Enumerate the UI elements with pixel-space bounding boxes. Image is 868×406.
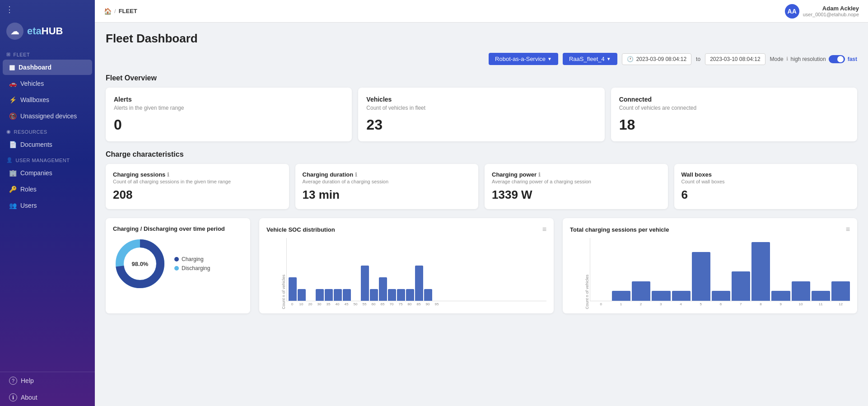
charging-duration-card: Charging duration ℹ Average duration of … xyxy=(295,164,479,209)
documents-icon: 📄 xyxy=(9,141,17,148)
sessions-x-label: 1 xyxy=(611,302,630,306)
content: Fleet Dashboard Robot-as-a-Service ▼ Raa… xyxy=(95,23,868,406)
charging-duration-value: 13 min xyxy=(303,188,471,202)
soc-x-label: 35 xyxy=(324,302,332,306)
soc-bar xyxy=(316,289,324,301)
vehicles-card-label: Vehicles xyxy=(366,96,596,103)
soc-bar xyxy=(361,266,369,301)
legend-charging: Charging xyxy=(174,256,210,262)
alerts-card: Alerts Alerts in the given time range 0 xyxy=(106,88,352,141)
charging-sessions-desc: Count of all charging sessions in the gi… xyxy=(113,179,282,184)
topbar: 🏠 / FLEET AA Adam Ackley user_0001@etahu… xyxy=(95,0,868,23)
service-filter-button[interactable]: Robot-as-a-Service ▼ xyxy=(489,53,558,65)
sidebar-item-vehicles[interactable]: 🚗 Vehicles xyxy=(3,76,92,91)
soc-bar xyxy=(334,289,342,301)
charging-sessions-value: 208 xyxy=(113,188,282,202)
donut-chart-card: Charging / Discharging over time period … xyxy=(106,218,250,313)
connected-card-desc: Count of vehicles are connected xyxy=(619,105,849,111)
sessions-x-label: 12 xyxy=(831,302,850,306)
soc-bar xyxy=(379,277,387,301)
charging-power-label: Charging power ℹ xyxy=(492,171,661,178)
sessions-bar xyxy=(692,252,710,301)
date-to-picker[interactable]: 2023-03-10 08:04:12 xyxy=(705,53,765,65)
vehicles-card: Vehicles Count of vehicles in fleet 23 xyxy=(358,88,604,141)
sessions-bar xyxy=(712,291,730,301)
soc-chart-menu-icon[interactable]: ≡ xyxy=(542,225,546,233)
sidebar-item-roles[interactable]: 🔑 Roles xyxy=(3,182,92,197)
charge-characteristics-title: Charge characteristics xyxy=(106,150,857,159)
vehicles-card-value: 23 xyxy=(366,117,596,133)
user-name: Adam Ackley xyxy=(803,5,859,12)
sidebar-item-about[interactable]: ℹ About xyxy=(3,389,92,406)
sessions-bar xyxy=(612,291,630,301)
sessions-x-label: 11 xyxy=(812,302,830,306)
date-from-picker[interactable]: 🕐 2023-03-09 08:04:12 xyxy=(622,53,691,65)
charging-power-value: 1339 W xyxy=(492,188,661,202)
soc-x-label: 20 xyxy=(306,302,314,306)
soc-y-axis-label: Count n of vehicles xyxy=(281,275,286,309)
charging-sessions-card: Charging sessions ℹ Count of all chargin… xyxy=(106,164,289,209)
donut-chart-title-row: Charging / Discharging over time period xyxy=(113,225,243,232)
sidebar-item-unassigned[interactable]: 📵 Unassigned devices xyxy=(3,108,92,124)
sessions-chart-title: Total charging sessions per vehicle xyxy=(570,226,669,233)
sessions-x-label: 4 xyxy=(672,302,690,306)
clock-icon: 🕐 xyxy=(627,56,634,62)
avatar: AA xyxy=(785,4,799,19)
sidebar-item-dashboard[interactable]: ▦ Dashboard xyxy=(3,60,92,75)
vehicles-icon: 🚗 xyxy=(9,80,17,87)
charge-characteristics-section: Charge characteristics Charging sessions… xyxy=(106,150,857,209)
logo-text: etaHUB xyxy=(27,25,63,37)
charging-duration-info-icon: ℹ xyxy=(355,172,357,178)
fleet-overview-cards: Alerts Alerts in the given time range 0 … xyxy=(106,88,857,141)
fleet-filter-button[interactable]: RaaS_fleet_4 ▼ xyxy=(563,53,617,65)
help-icon: ? xyxy=(9,377,17,385)
roles-icon: 🔑 xyxy=(9,186,17,193)
fleet-section-label: ⊞ FLEET xyxy=(0,47,95,59)
sidebar-item-wallboxes[interactable]: ⚡ Wallboxes xyxy=(3,92,92,107)
sessions-bar xyxy=(672,291,691,301)
main-area: 🏠 / FLEET AA Adam Ackley user_0001@etahu… xyxy=(95,0,868,406)
sidebar-bottom: ? Help ℹ About xyxy=(0,372,95,406)
mode-bar: Mode ℹ high resolution fast xyxy=(770,55,857,63)
soc-bar xyxy=(343,289,351,301)
sidebar-item-help[interactable]: ? Help xyxy=(3,373,92,389)
sessions-x-label: 0 xyxy=(592,302,610,306)
sidebar-item-companies[interactable]: 🏢 Companies xyxy=(3,165,92,181)
connected-card: Connected Count of vehicles are connecte… xyxy=(611,88,857,141)
alerts-card-value: 0 xyxy=(114,117,344,133)
home-icon[interactable]: 🏠 xyxy=(104,8,112,15)
sessions-x-label: 6 xyxy=(711,302,730,306)
soc-bar xyxy=(298,289,306,301)
breadcrumb-sep: / xyxy=(114,8,116,14)
soc-x-label: 60 xyxy=(369,302,378,306)
sessions-bar xyxy=(732,271,750,301)
sidebar-menu-icon[interactable]: ⋮ xyxy=(0,0,95,19)
user-info: AA Adam Ackley user_0001@etahub.nope xyxy=(785,4,859,19)
wall-boxes-desc: Count of wall boxes xyxy=(681,179,850,184)
resolution-toggle[interactable] xyxy=(829,55,845,63)
sidebar-item-documents[interactable]: 📄 Documents xyxy=(3,137,92,152)
sidebar-item-users[interactable]: 👥 Users xyxy=(3,198,92,213)
soc-bar xyxy=(388,289,396,301)
user-email: user_0001@etahub.nope xyxy=(803,12,859,17)
sessions-x-labels: 0123456789101112 xyxy=(590,302,850,306)
user-details: Adam Ackley user_0001@etahub.nope xyxy=(803,5,859,17)
soc-x-label: 30 xyxy=(315,302,323,306)
sessions-x-label: 7 xyxy=(732,302,750,306)
soc-chart-inner: Count n of vehicles 01020303540455055606… xyxy=(266,238,546,306)
soc-x-label: 75 xyxy=(397,302,405,306)
svg-text:98.0%: 98.0% xyxy=(132,261,149,267)
resources-section-label: ◉ RESOURCES xyxy=(0,124,95,136)
donut-container: 98.0% Charging Discharging xyxy=(113,237,243,291)
user-mgmt-icon: 👤 xyxy=(6,157,13,163)
charging-power-desc: Average charing power of a charging sess… xyxy=(492,179,661,184)
soc-x-label: 80 xyxy=(406,302,414,306)
soc-x-label: 50 xyxy=(351,302,359,306)
sessions-x-label: 8 xyxy=(751,302,770,306)
soc-bar xyxy=(406,289,414,301)
fleet-overview-title: Fleet Overview xyxy=(106,74,857,82)
soc-chart-title-row: Vehicle SOC distribution ≡ xyxy=(266,225,546,233)
soc-x-labels: 010203035404550556065707580859095 xyxy=(286,302,546,306)
sessions-chart-menu-icon[interactable]: ≡ xyxy=(846,225,850,233)
sidebar: ⋮ ☁ etaHUB ⊞ FLEET ▦ Dashboard 🚗 Vehicle… xyxy=(0,0,95,406)
